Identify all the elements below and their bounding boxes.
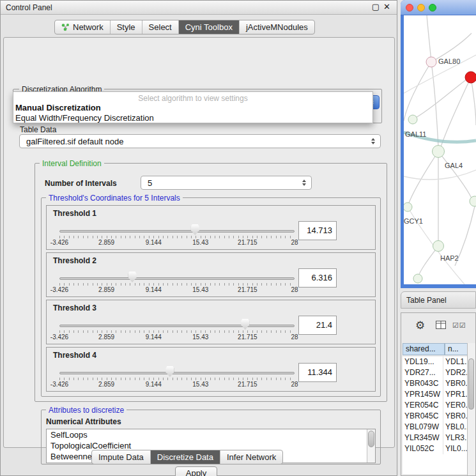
- table-data-combo[interactable]: galFiltered.sif default node: [19, 134, 381, 148]
- list-scrollbar[interactable]: [367, 429, 375, 463]
- network-node-selected[interactable]: [465, 72, 476, 83]
- table-row[interactable]: YER054C YER0...: [403, 400, 468, 411]
- zoom-traffic-light[interactable]: [429, 4, 436, 12]
- tab-discretize-data[interactable]: Discretize Data: [151, 450, 220, 464]
- network-window-titlebar[interactable]: [401, 0, 476, 15]
- threshold-value-field[interactable]: 21.4: [298, 316, 337, 335]
- network-canvas[interactable]: GAL80 GAL11 GAL4 GCY1 HAP2: [404, 15, 476, 284]
- algorithm-option-manual[interactable]: Manual Discretization: [15, 103, 101, 112]
- threshold-slider[interactable]: -3.426 2.859 9.144 15.43 21.715 28: [59, 222, 295, 249]
- network-node[interactable]: [408, 115, 417, 124]
- interval-definition-title: Interval Definition: [40, 159, 104, 168]
- table-cell[interactable]: YDR27...: [403, 367, 443, 378]
- node-label: GAL80: [438, 58, 460, 65]
- table-row[interactable]: YDR27... YDR2...: [403, 367, 468, 378]
- network-node[interactable]: [413, 274, 422, 283]
- tab-cyni-toolbox[interactable]: Cyni Toolbox: [179, 20, 240, 34]
- algorithm-prompt-item[interactable]: Select algorithm to view settings: [13, 94, 372, 103]
- slider-thumb[interactable]: [191, 224, 199, 235]
- tab-select[interactable]: Select: [142, 20, 179, 34]
- tab-impute-data[interactable]: Impute Data: [92, 450, 151, 464]
- table-row[interactable]: YLR345W YLR3...: [403, 433, 468, 443]
- slider-thumb[interactable]: [128, 272, 137, 282]
- network-node[interactable]: [433, 146, 445, 158]
- gear-icon[interactable]: ⚙: [415, 319, 425, 332]
- table-row[interactable]: YIL052C YIL0...: [403, 443, 468, 454]
- algorithm-option-equal-width[interactable]: Equal Width/Frequency Discretization: [15, 113, 154, 123]
- table-cell[interactable]: YBR0...: [443, 378, 468, 389]
- network-node[interactable]: [426, 57, 436, 67]
- table-scrollbar[interactable]: [467, 343, 475, 475]
- tab-label: Impute Data: [98, 452, 144, 462]
- threshold-slider[interactable]: -3.426 2.859 9.144 15.43 21.715 28: [59, 317, 295, 344]
- table-row[interactable]: YPR145W YPR1...: [403, 389, 468, 400]
- table-cell[interactable]: YDL19...: [403, 357, 443, 367]
- slider-ticks: [59, 283, 295, 286]
- table-row[interactable]: YBR045C YBR0...: [403, 411, 468, 422]
- column-filter-check-icons[interactable]: ☑☑: [452, 321, 466, 330]
- tab-infer-network[interactable]: Infer Network: [220, 450, 282, 464]
- table-cell[interactable]: YBL079W: [403, 422, 443, 433]
- table-cell[interactable]: YBL0...: [443, 422, 468, 433]
- table-row[interactable]: YDL19... YDL1...: [403, 357, 468, 367]
- slider-track[interactable]: [59, 277, 295, 280]
- table-cell[interactable]: YLR3...: [443, 433, 468, 443]
- table-cell[interactable]: YLR345W: [403, 433, 443, 443]
- threshold-value-field[interactable]: 14.713: [298, 221, 337, 240]
- table-row[interactable]: YBR043C YBR0...: [403, 378, 468, 389]
- slider-thumb[interactable]: [241, 319, 249, 330]
- table-toolbar: ⚙ ☑☑: [401, 313, 475, 339]
- tab-jactivemnodules[interactable]: jActiveMNodules: [240, 20, 314, 34]
- cyni-toolbox-panel: Discretization Algorithm Select algorith…: [3, 37, 395, 448]
- tab-style[interactable]: Style: [111, 20, 142, 34]
- scale-label: 15.43: [192, 334, 208, 341]
- network-node[interactable]: [404, 203, 412, 211]
- table-row[interactable]: YBL079W YBL0...: [403, 422, 468, 433]
- close-traffic-light[interactable]: [406, 4, 413, 12]
- slider-track[interactable]: [59, 372, 295, 374]
- threshold-label: Threshold 3: [53, 303, 96, 312]
- threshold-value-field[interactable]: 11.344: [298, 363, 337, 382]
- scale-label: 15.43: [192, 286, 208, 293]
- table-cell[interactable]: YER0...: [443, 400, 468, 411]
- number-of-intervals-combo[interactable]: 5: [141, 176, 312, 190]
- close-icon[interactable]: ✕: [383, 2, 390, 12]
- scrollbar-thumb[interactable]: [368, 431, 374, 447]
- table-cell[interactable]: YPR145W: [403, 389, 443, 400]
- threshold-label: Threshold 4: [53, 351, 96, 360]
- table-panel-header[interactable]: Table Panel: [401, 291, 476, 309]
- table-cell[interactable]: YIL052C: [403, 443, 443, 454]
- table-cell[interactable]: YBR0...: [443, 411, 468, 422]
- combo-arrows-icon: [302, 180, 306, 186]
- table-cell[interactable]: YDL1...: [443, 357, 468, 367]
- table-cell[interactable]: YER054C: [403, 400, 443, 411]
- scale-label: -3.426: [50, 334, 68, 341]
- column-header-name[interactable]: n...: [445, 343, 468, 355]
- table-cell[interactable]: YIL0...: [443, 443, 468, 454]
- control-panel-titlebar[interactable]: Control Panel ▢ ✕: [1, 1, 397, 15]
- network-node[interactable]: [433, 241, 444, 252]
- table-cell[interactable]: YBR045C: [403, 411, 443, 422]
- scale-label: -3.426: [50, 286, 68, 293]
- list-item[interactable]: SelfLoops: [47, 429, 375, 440]
- columns-icon[interactable]: [436, 321, 446, 331]
- scrollbar-thumb[interactable]: [468, 358, 474, 410]
- minimize-traffic-light[interactable]: [417, 4, 425, 12]
- slider-track[interactable]: [59, 325, 295, 327]
- scale-label: 21.715: [238, 334, 257, 341]
- network-node[interactable]: [470, 196, 476, 206]
- slider-thumb[interactable]: [165, 366, 174, 377]
- scale-label: 2.859: [98, 286, 114, 293]
- column-header-shared-name[interactable]: shared...: [403, 343, 445, 355]
- float-window-icon[interactable]: ▢: [372, 2, 380, 12]
- threshold-value-field[interactable]: 6.316: [298, 268, 337, 288]
- tab-network[interactable]: Network: [55, 20, 111, 34]
- table-cell[interactable]: YPR1...: [443, 389, 468, 400]
- slider-track[interactable]: [59, 230, 295, 233]
- threshold-slider[interactable]: -3.426 2.859 9.144 15.43 21.715 28: [59, 270, 295, 296]
- scale-label: 28: [291, 239, 298, 246]
- apply-button[interactable]: Apply: [175, 466, 217, 476]
- table-cell[interactable]: YBR043C: [403, 378, 443, 389]
- threshold-slider[interactable]: -3.426 2.859 9.144 15.43 21.715 28: [59, 364, 295, 391]
- table-cell[interactable]: YDR2...: [443, 367, 468, 378]
